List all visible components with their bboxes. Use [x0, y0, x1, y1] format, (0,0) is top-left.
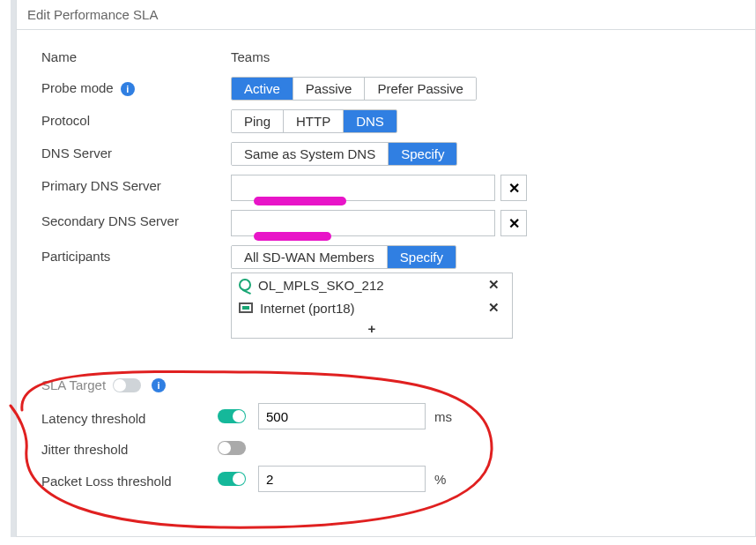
protocol-ping[interactable]: Ping [232, 110, 284, 132]
edit-sla-panel: Edit Performance SLA Name Teams Probe mo… [16, 0, 756, 537]
probe-mode-label: Probe mode i [41, 77, 231, 96]
packet-loss-label: Packet Loss threshold [41, 470, 218, 489]
name-value: Teams [231, 46, 730, 68]
close-icon: ✕ [508, 180, 520, 197]
participants-all[interactable]: All SD-WAN Members [232, 246, 388, 268]
primary-dns-remove[interactable]: ✕ [500, 175, 527, 201]
protocol-dns[interactable]: DNS [344, 110, 397, 132]
info-icon[interactable]: i [121, 82, 135, 96]
dns-server-label: DNS Server [41, 142, 231, 161]
primary-dns-label: Primary DNS Server [41, 175, 231, 193]
sla-target-label: SLA Target [41, 377, 106, 392]
jitter-toggle[interactable] [218, 441, 246, 455]
protocol-group: Ping HTTP DNS [231, 109, 397, 133]
dns-server-same[interactable]: Same as System DNS [232, 143, 389, 165]
tunnel-icon [239, 279, 251, 291]
member-remove[interactable]: ✕ [483, 299, 505, 317]
protocol-label: Protocol [41, 109, 231, 128]
dns-server-specify[interactable]: Specify [389, 143, 456, 165]
dns-server-group: Same as System DNS Specify [231, 142, 457, 166]
latency-input[interactable] [258, 403, 426, 429]
protocol-http[interactable]: HTTP [284, 110, 344, 132]
port-icon [239, 302, 253, 313]
probe-mode-passive[interactable]: Passive [293, 78, 366, 100]
member-row[interactable]: OL_MPLS_SKO_212 ✕ [232, 273, 512, 296]
latency-toggle[interactable] [218, 409, 246, 423]
member-add-button[interactable]: + [232, 319, 512, 338]
member-label: Internet (port18) [260, 301, 476, 316]
packet-loss-toggle[interactable] [218, 472, 246, 486]
probe-mode-active[interactable]: Active [232, 78, 293, 100]
redaction-mark [254, 197, 346, 205]
packet-loss-input[interactable] [258, 466, 426, 492]
secondary-dns-remove[interactable]: ✕ [500, 210, 527, 236]
sla-target-toggle[interactable] [113, 378, 141, 392]
member-row[interactable]: Internet (port18) ✕ [232, 296, 512, 319]
participants-specify[interactable]: Specify [388, 246, 456, 268]
jitter-label: Jitter threshold [41, 438, 218, 457]
participants-members-box: OL_MPLS_SKO_212 ✕ Internet (port18) ✕ + [231, 272, 513, 339]
participants-label: Participants [41, 245, 231, 264]
member-label: OL_MPLS_SKO_212 [258, 278, 476, 293]
panel-title: Edit Performance SLA [17, 0, 755, 30]
probe-mode-group: Active Passive Prefer Passive [231, 77, 477, 101]
packet-loss-unit: % [434, 472, 446, 487]
participants-group: All SD-WAN Members Specify [231, 245, 456, 269]
redaction-mark [254, 232, 331, 241]
info-icon[interactable]: i [152, 378, 166, 392]
secondary-dns-label: Secondary DNS Server [41, 210, 231, 228]
name-label: Name [41, 46, 231, 64]
member-remove[interactable]: ✕ [483, 276, 505, 294]
probe-mode-prefer-passive[interactable]: Prefer Passive [365, 78, 476, 100]
latency-label: Latency threshold [41, 407, 218, 426]
latency-unit: ms [434, 409, 452, 424]
close-icon: ✕ [508, 215, 520, 232]
